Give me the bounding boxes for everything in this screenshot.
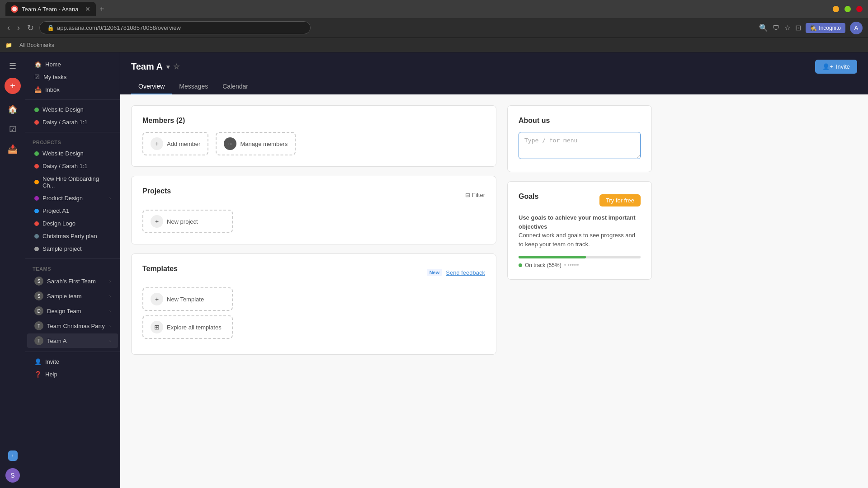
help-icon: ❓ xyxy=(34,371,42,378)
goals-card: Goals Try for free Use goals to achieve … xyxy=(507,181,652,280)
sidebar-team-design[interactable]: D Design Team › xyxy=(27,304,118,318)
sidebar-project-product-design[interactable]: Product Design › xyxy=(27,192,118,204)
goals-header: Goals Try for free xyxy=(519,192,641,208)
upgrade-button[interactable]: ↑ xyxy=(8,450,18,461)
team-icon: T xyxy=(34,321,43,330)
sidebar-item-my-tasks[interactable]: ☑ My tasks xyxy=(27,71,118,83)
tasks-nav-label: My tasks xyxy=(43,74,66,80)
team-label: Team Christmas Party xyxy=(47,323,105,329)
tab-overview[interactable]: Overview xyxy=(131,79,172,94)
team-icon: S xyxy=(34,291,43,300)
team-tabs: Overview Messages Calendar xyxy=(131,79,857,94)
incognito-button[interactable]: 🕵 Incognito xyxy=(806,23,845,33)
sidebar-project-project-a1[interactable]: Project A1 xyxy=(27,205,118,217)
manage-members-label: Manage members xyxy=(240,141,288,147)
tasks-nav-icon: ☑ xyxy=(34,74,40,80)
profile-avatar[interactable]: S xyxy=(5,468,20,483)
sidebar-project-christmas-party[interactable]: Christmas Party plan xyxy=(27,230,118,242)
sidebar-project-sample[interactable]: Sample project xyxy=(27,243,118,255)
about-us-input[interactable] xyxy=(519,132,641,159)
project-label: Sample project xyxy=(42,245,82,252)
filter-label: Filter xyxy=(472,192,485,198)
search-icon[interactable]: 🔍 xyxy=(759,23,768,32)
favicon-icon xyxy=(11,5,18,13)
home-icon[interactable]: 🏠 xyxy=(5,101,21,117)
new-tab-button[interactable]: + xyxy=(96,3,108,16)
projects-title: Projects xyxy=(142,187,171,195)
user-avatar[interactable]: A xyxy=(850,22,863,34)
invite-icon: 👤 xyxy=(34,358,42,365)
create-button[interactable]: + xyxy=(5,78,21,94)
send-feedback-link[interactable]: Send feedback xyxy=(446,269,485,276)
tab-calendar[interactable]: Calendar xyxy=(215,79,255,94)
sidebar-project-website-design[interactable]: Website Design xyxy=(27,147,118,160)
chevron-icon: › xyxy=(109,196,111,201)
back-button[interactable]: ‹ xyxy=(5,21,12,34)
hamburger-menu-icon[interactable]: ☰ xyxy=(5,58,21,74)
sidebar-icon[interactable]: ⊡ xyxy=(795,23,801,32)
sidebar-team-sample[interactable]: S Sample team › xyxy=(27,289,118,303)
new-template-label: New Template xyxy=(167,296,204,303)
home-nav-label: Home xyxy=(45,61,61,68)
separator xyxy=(25,132,120,132)
new-project-button[interactable]: + New project xyxy=(142,210,233,233)
favorite-item-label: Website Design xyxy=(42,106,84,113)
inbox-icon[interactable]: 📥 xyxy=(5,141,21,157)
separator xyxy=(25,99,120,100)
chevron-icon: › xyxy=(109,279,111,284)
sidebar-team-a[interactable]: T Team A › xyxy=(27,333,118,348)
dot-icon xyxy=(34,164,39,169)
refresh-button[interactable]: ↻ xyxy=(25,21,36,35)
home-nav-icon: 🏠 xyxy=(34,61,42,68)
main-content: Team A ▾ ☆ 👤+ Invite Overview Messages C… xyxy=(120,52,868,488)
forward-button[interactable]: › xyxy=(15,21,22,34)
sidebar-item-home[interactable]: 🏠 Home xyxy=(27,58,118,70)
manage-members-button[interactable]: ··· Manage members xyxy=(216,132,296,155)
sidebar-project-new-hire[interactable]: New Hire Onboarding Ch... xyxy=(27,173,118,192)
invite-button[interactable]: 👤+ Invite xyxy=(815,60,857,74)
members-actions: + Add member ··· Manage members xyxy=(142,132,485,155)
tab-close-icon[interactable]: ✕ xyxy=(85,5,90,13)
dot-icon xyxy=(34,221,39,226)
filter-button[interactable]: ⊟ Filter xyxy=(465,192,485,198)
sidebar-invite-button[interactable]: 👤 Invite xyxy=(27,356,118,368)
tasks-icon[interactable]: ☑ xyxy=(5,121,21,137)
team-label: Sarah's First Team xyxy=(47,278,96,285)
favorite-item-label: Daisy / Sarah 1:1 xyxy=(42,119,88,126)
content-area: Members (2) + Add member ··· Manage memb… xyxy=(120,94,663,366)
team-dropdown-icon[interactable]: ▾ xyxy=(166,63,170,70)
sidebar-project-daisy[interactable]: Daisy / Sarah 1:1 xyxy=(27,160,118,172)
team-header: Team A ▾ ☆ 👤+ Invite Overview Messages C… xyxy=(120,52,868,94)
about-us-card: About us xyxy=(507,105,652,172)
add-member-button[interactable]: + Add member xyxy=(142,132,208,155)
team-star-icon[interactable]: ☆ xyxy=(173,62,179,71)
sidebar-favorite-daisy[interactable]: Daisy / Sarah 1:1 xyxy=(27,116,118,128)
sidebar-favorite-website-design[interactable]: Website Design xyxy=(27,103,118,116)
close-button[interactable] xyxy=(856,6,863,12)
sidebar-project-design-logo[interactable]: Design Logo xyxy=(27,217,118,230)
chevron-icon: › xyxy=(109,324,111,328)
global-nav: ☰ + 🏠 ☑ 📥 ↑ S xyxy=(0,52,25,488)
projects-card: Projects ⊟ Filter + New project xyxy=(131,176,496,244)
goals-title: Goals xyxy=(519,192,538,201)
invite-btn-label: Invite xyxy=(836,63,850,70)
progress-bar-track xyxy=(519,256,641,258)
new-template-button[interactable]: + New Template xyxy=(142,287,233,311)
address-bar[interactable]: 🔒 app.asana.com/0/1206178108570058/overv… xyxy=(39,21,311,34)
sidebar-help-button[interactable]: ❓ Help xyxy=(27,368,118,380)
sidebar-item-inbox[interactable]: 📥 Inbox xyxy=(27,84,118,96)
try-free-button[interactable]: Try for free xyxy=(599,194,641,206)
templates-header: Templates New Send feedback xyxy=(142,265,485,280)
left-column: Members (2) + Add member ··· Manage memb… xyxy=(131,105,496,355)
templates-title: Templates xyxy=(142,265,178,273)
explore-templates-button[interactable]: ⊞ Explore all templates xyxy=(142,315,233,339)
minimize-button[interactable] xyxy=(833,6,839,12)
help-label: Help xyxy=(45,371,57,378)
tab-messages[interactable]: Messages xyxy=(172,79,215,94)
maximize-button[interactable] xyxy=(844,6,851,12)
sidebar-team-sarah[interactable]: S Sarah's First Team › xyxy=(27,274,118,288)
star-icon[interactable]: ☆ xyxy=(784,23,791,32)
browser-tab[interactable]: Team A Team - Asana ✕ xyxy=(5,2,96,16)
sidebar-team-christmas[interactable]: T Team Christmas Party › xyxy=(27,319,118,333)
team-icon: T xyxy=(34,336,43,345)
